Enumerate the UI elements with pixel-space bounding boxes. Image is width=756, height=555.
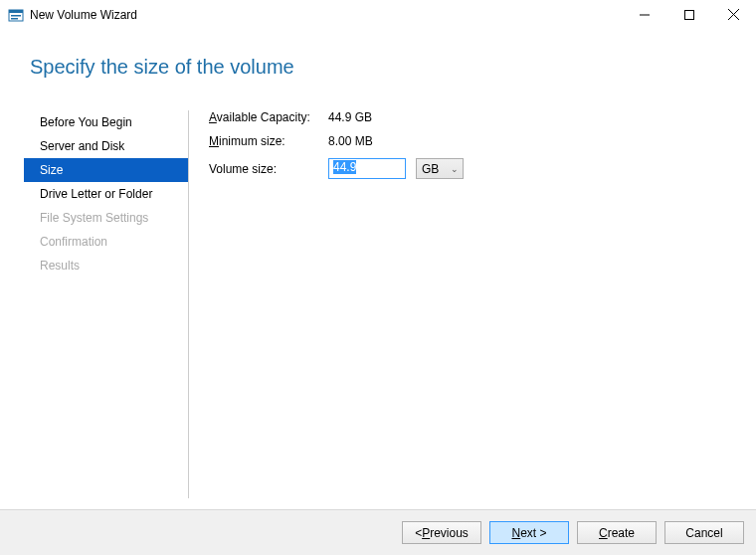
- svg-rect-1: [9, 10, 23, 13]
- minimum-size-value: 8.00 MB: [328, 134, 373, 148]
- window-controls: [622, 0, 756, 29]
- unit-selected-value: GB: [422, 162, 439, 176]
- button-bar: < Previous Next > Create Cancel: [0, 509, 756, 555]
- window-title: New Volume Wizard: [30, 8, 622, 22]
- next-button[interactable]: Next >: [489, 521, 569, 544]
- volume-size-label: Volume size:: [209, 162, 328, 176]
- sidebar-item-confirmation: Confirmation: [30, 230, 188, 254]
- sidebar-item-before-you-begin[interactable]: Before You Begin: [30, 110, 188, 134]
- svg-rect-3: [11, 18, 18, 20]
- sidebar-item-size[interactable]: Size: [24, 158, 188, 182]
- volume-size-input[interactable]: 44.9: [328, 158, 406, 179]
- create-button[interactable]: Create: [577, 521, 657, 544]
- maximize-button[interactable]: [666, 0, 711, 29]
- svg-rect-5: [684, 10, 693, 19]
- sidebar-item-results: Results: [30, 254, 188, 278]
- wizard-steps-sidebar: Before You Begin Server and Disk Size Dr…: [30, 110, 189, 498]
- available-capacity-row: Available Capacity: 44.9 GB: [209, 110, 756, 124]
- minimum-size-row: Minimum size: 8.00 MB: [209, 134, 756, 148]
- minimize-button[interactable]: [622, 0, 666, 29]
- cancel-button[interactable]: Cancel: [664, 521, 744, 544]
- available-capacity-label: Available Capacity:: [209, 110, 328, 124]
- previous-button[interactable]: < Previous: [402, 521, 481, 544]
- content-area: Before You Begin Server and Disk Size Dr…: [0, 110, 756, 498]
- sidebar-item-drive-letter[interactable]: Drive Letter or Folder: [30, 182, 188, 206]
- app-icon: [8, 7, 24, 23]
- svg-rect-2: [11, 15, 21, 17]
- available-capacity-value: 44.9 GB: [328, 110, 372, 124]
- close-button[interactable]: [711, 0, 756, 29]
- minimum-size-label: Minimum size:: [209, 134, 328, 148]
- unit-select[interactable]: GB ⌄: [416, 158, 464, 179]
- sidebar-item-server-and-disk[interactable]: Server and Disk: [30, 134, 188, 158]
- chevron-down-icon: ⌄: [451, 164, 459, 174]
- sidebar-item-file-system: File System Settings: [30, 206, 188, 230]
- form-panel: Available Capacity: 44.9 GB Minimum size…: [189, 110, 756, 498]
- page-title: Specify the size of the volume: [0, 30, 756, 79]
- volume-size-row: Volume size: 44.9 GB ⌄: [209, 158, 756, 179]
- titlebar: New Volume Wizard: [0, 0, 756, 30]
- volume-size-input-wrap: 44.9 GB ⌄: [328, 158, 464, 179]
